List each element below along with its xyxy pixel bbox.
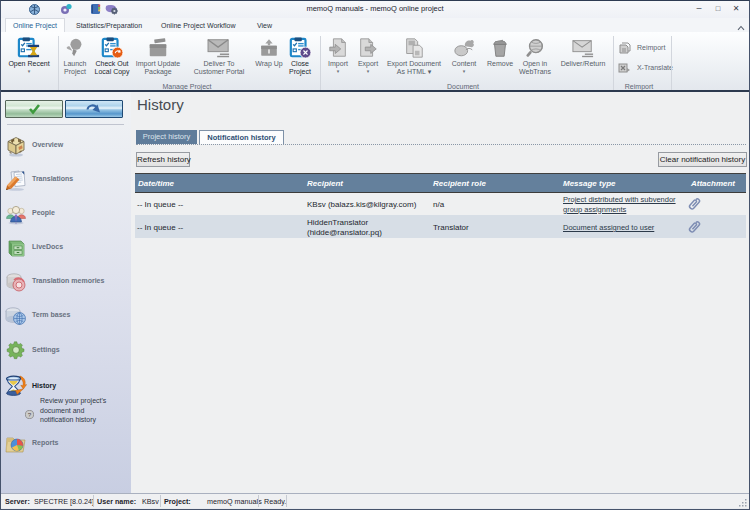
svg-text:?: ?	[28, 411, 32, 418]
